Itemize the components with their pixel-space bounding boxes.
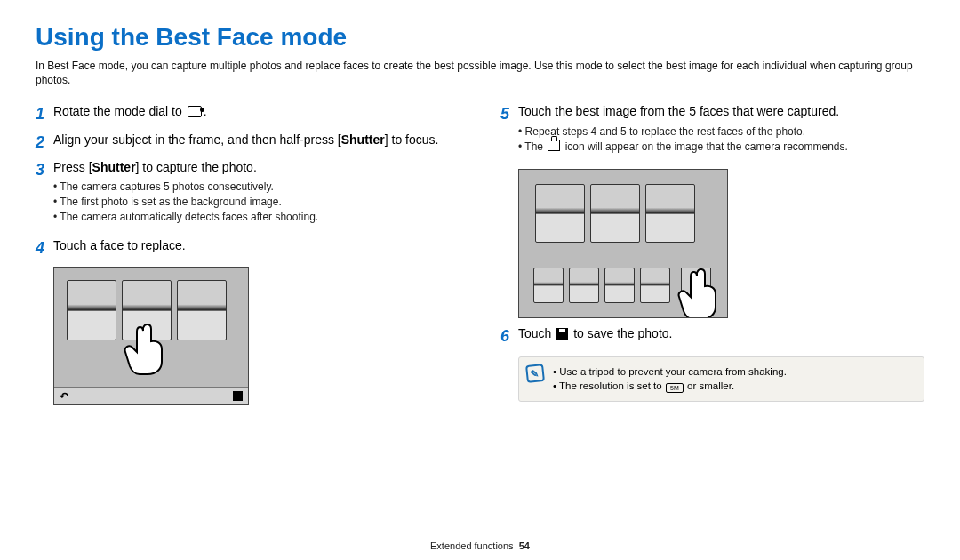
step-1: 1 Rotate the mode dial to . — [36, 103, 460, 125]
step-5-sub-1: Repeat steps 4 and 5 to replace the rest… — [518, 124, 924, 140]
touch-hand-icon — [124, 321, 168, 376]
face-thumb-small — [533, 268, 564, 303]
step-3-sub: The camera captures 5 photos consecutive… — [53, 180, 460, 224]
face-thumb — [67, 280, 116, 340]
step-1-text: Rotate the mode dial to — [53, 104, 186, 118]
step-3-sub-1: The camera captures 5 photos consecutive… — [53, 180, 460, 195]
page-title: Using the Best Face mode — [36, 23, 924, 52]
step-4-num: 4 — [36, 237, 53, 260]
figure-best-face — [518, 169, 728, 318]
step-4-text: Touch a face to replace. — [53, 238, 186, 252]
footer-section: Extended functions — [430, 540, 514, 551]
save-icon — [233, 391, 243, 401]
step-1-num: 1 — [36, 103, 53, 125]
step-5-text: Touch the best image from the 5 faces th… — [518, 104, 839, 118]
face-thumb-small — [604, 268, 635, 303]
step-3-sub-3: The camera automatically detects faces a… — [53, 210, 460, 225]
face-thumb — [645, 184, 695, 243]
step-2-num: 2 — [36, 132, 53, 154]
recommend-icon — [548, 140, 560, 151]
step-6: 6 Touch to save the photo. — [500, 325, 924, 348]
face-thumb-small — [569, 268, 599, 303]
step-6-num: 6 — [500, 325, 518, 348]
resolution-icon: 5M — [666, 383, 684, 393]
step-4: 4 Touch a face to replace. — [36, 237, 460, 260]
mode-dial-icon — [188, 106, 202, 117]
face-thumb — [535, 184, 585, 243]
intro-text: In Best Face mode, you can capture multi… — [36, 59, 924, 87]
footer-page: 54 — [519, 540, 530, 551]
right-column: 5 Touch the best image from the 5 faces … — [500, 103, 924, 412]
back-icon: ↶ — [60, 390, 68, 403]
shutter-label: Shutter — [92, 160, 136, 174]
note-item-1: Use a tripod to prevent your camera from… — [553, 364, 915, 380]
step-5-sub: Repeat steps 4 and 5 to replace the rest… — [518, 124, 924, 155]
step-3-num: 3 — [36, 159, 53, 181]
face-thumb-small — [640, 268, 670, 303]
note-box: ✎ Use a tripod to prevent your camera fr… — [518, 356, 924, 402]
step-3: 3 Press [Shutter] to capture the photo. … — [36, 159, 460, 232]
step-5-num: 5 — [500, 103, 518, 125]
face-thumb — [590, 184, 640, 243]
touch-hand-icon — [677, 266, 722, 318]
note-icon: ✎ — [525, 364, 545, 383]
save-icon — [556, 328, 568, 340]
left-column: 1 Rotate the mode dial to . 2 Align your… — [36, 103, 460, 412]
step-3-sub-2: The first photo is set as the background… — [53, 195, 460, 210]
page-footer: Extended functions 54 — [0, 540, 960, 551]
figure-touch-face: ↶ — [53, 267, 249, 405]
step-5-sub-2: The icon will appear on the image that t… — [518, 140, 924, 155]
step-2: 2 Align your subject in the frame, and t… — [36, 132, 460, 154]
shutter-label: Shutter — [341, 132, 385, 147]
face-thumb — [177, 280, 227, 340]
step-5: 5 Touch the best image from the 5 faces … — [500, 103, 924, 161]
note-item-2: The resolution is set to 5M or smaller. — [553, 379, 915, 394]
